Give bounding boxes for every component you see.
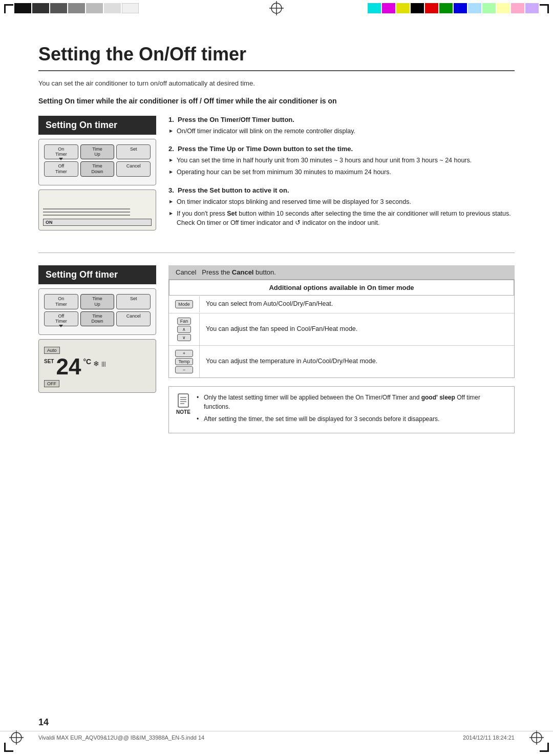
display-line-3	[43, 215, 130, 216]
on-indicator: ON	[43, 219, 152, 226]
display-line-2	[43, 212, 130, 213]
fan-icon: Fan ∧ ∨	[177, 318, 192, 341]
off-timer-remote-diagram: OnTimer TimeUp Set OffTimer TimeDown Can…	[38, 288, 156, 335]
off-display-temp: 24	[56, 355, 81, 378]
temp-minus: −	[175, 366, 193, 373]
step-2-number: 2.	[168, 145, 176, 153]
options-table-header: Additional options available in On timer…	[169, 280, 514, 296]
step-3-text: Press the Set button to active it on.	[178, 186, 289, 194]
on-display-screen: ON	[38, 190, 156, 230]
set-btn: Set	[116, 144, 151, 160]
setting-off-timer-box: Setting Off timer	[38, 265, 156, 284]
off-timer-btn: OffTimer	[44, 161, 78, 177]
remote-buttons: OnTimer TimeUp Set OffTimer TimeDown Can…	[44, 144, 151, 177]
fan-down: ∨	[177, 334, 192, 341]
note-bullet-1: Only the latest setting timer will be ap…	[197, 393, 507, 411]
temp-plus: +	[175, 350, 193, 357]
temp-icon: + Temp −	[175, 350, 193, 373]
options-row-mode: Mode You can select from Auto/Cool/Dry/F…	[169, 296, 514, 313]
fan-text: You can adjust the fan speed in Cool/Fan…	[200, 321, 514, 338]
off-on-timer-btn: OnTimer	[44, 294, 78, 309]
page-number: 14	[38, 717, 49, 728]
fan-label: Fan	[177, 318, 192, 325]
off-time-up-btn: TimeUp	[80, 294, 115, 309]
setting-on-timer-box: Setting On timer	[38, 116, 156, 135]
off-off-timer-btn: OffTimer	[44, 311, 78, 327]
svg-rect-19	[4, 743, 6, 752]
footer-left: Vivaldi MAX EUR_AQV09&12U@@ IB&IM_33988A…	[38, 734, 204, 741]
options-table: Additional options available in On timer…	[168, 279, 515, 378]
step-3-number: 3.	[168, 186, 176, 194]
step-1: 1. Press the On Timer/Off Timer button. …	[168, 116, 515, 136]
setting-off-timer-section: Setting Off timer OnTimer TimeUp Set Off…	[38, 265, 515, 433]
section-subtitle: Setting On timer while the air condition…	[38, 96, 515, 107]
on-timer-right: 1. Press the On Timer/Off Timer button. …	[168, 116, 515, 238]
step-2-title: 2. Press the Time Up or Time Down button…	[168, 145, 515, 153]
svg-rect-1	[4, 4, 6, 13]
step-1-number: 1.	[168, 116, 176, 123]
step-1-title: 1. Press the On Timer/Off Timer button.	[168, 116, 515, 123]
step-1-bullet-1: On/Off timer indicator will blink on the…	[177, 127, 515, 136]
off-display-degree: °C	[83, 358, 91, 366]
off-cancel-btn: Cancel	[116, 311, 151, 327]
section-divider	[38, 253, 515, 253]
intro-text: You can set the air conditioner to turn …	[38, 79, 515, 87]
step-2-bullet-1: You can set the time in half hourly unit…	[177, 156, 515, 165]
mode-icon: Mode	[175, 300, 193, 308]
off-display-screen: Auto SET 24 °C ❄ ||| OFF	[38, 339, 156, 393]
fan-icon-cell: Fan ∧ ∨	[169, 313, 200, 345]
time-down-btn: TimeDown	[80, 161, 115, 177]
note-box: NOTE Only the latest setting timer will …	[168, 386, 515, 433]
fan-up: ∧	[177, 326, 192, 333]
options-row-fan: Fan ∧ ∨ You can adjust the fan speed in …	[169, 313, 514, 346]
on-timer-btn: OnTimer	[44, 144, 78, 160]
off-display-signal: |||	[101, 361, 106, 367]
note-bullet-2: After setting the timer, the set time wi…	[197, 414, 507, 424]
off-remote-buttons: OnTimer TimeUp Set OffTimer TimeDown Can…	[44, 294, 151, 326]
mode-icon-cell: Mode	[169, 296, 200, 312]
step-3-title: 3. Press the Set button to active it on.	[168, 186, 515, 194]
step-2-text: Press the Time Up or Time Down button to…	[178, 145, 353, 153]
step-3-bullet-2: If you don't press Set button within 10 …	[177, 209, 515, 228]
off-display-set-label: SET	[44, 359, 54, 364]
off-time-down-btn: TimeDown	[80, 311, 115, 327]
bottom-left-corner	[4, 743, 13, 752]
off-display-temp-row: SET 24 °C ❄ |||	[44, 355, 151, 378]
page-title: Setting the On/Off timer	[38, 44, 515, 71]
svg-rect-21	[547, 743, 549, 752]
on-timer-remote-diagram: OnTimer TimeUp Set OffTimer TimeDown Can…	[38, 139, 156, 185]
footer-right: 2014/12/11 18:24:21	[463, 734, 515, 741]
temp-icon-cell: + Temp −	[169, 346, 200, 377]
note-icon: NOTE	[176, 393, 190, 427]
off-set-btn: Set	[116, 294, 151, 309]
step-2-bullet-2: Operating hour can be set from minimum 3…	[177, 167, 515, 177]
setting-on-timer-section: Setting On timer OnTimer TimeUp Set OffT…	[38, 116, 515, 238]
temp-label: Temp	[175, 358, 193, 365]
step-3-bullet-1: On timer indicator stops blinking and re…	[177, 197, 515, 207]
off-display-icons: ❄	[93, 360, 99, 368]
cancel-btn: Cancel	[116, 161, 151, 177]
options-row-temp: + Temp − You can adjust the temperature …	[169, 346, 514, 377]
display-line-1	[43, 208, 130, 209]
display-lines	[43, 208, 152, 216]
note-label: NOTE	[176, 408, 190, 416]
off-timer-right: Cancel Press the Cancel button. Addition…	[168, 265, 515, 433]
off-display-auto: Auto	[44, 347, 60, 354]
svg-rect-6	[547, 4, 549, 13]
bottom-right-corner	[540, 743, 549, 752]
note-content: Only the latest setting timer will be ap…	[197, 393, 507, 427]
mode-text: You can select from Auto/Cool/Dry/Fan/He…	[200, 296, 514, 313]
cancel-bar: Cancel Press the Cancel button.	[168, 265, 515, 279]
page-footer: Vivaldi MAX EUR_AQV09&12U@@ IB&IM_33988A…	[0, 731, 553, 741]
off-display-off-btn: OFF	[44, 380, 59, 387]
time-up-btn: TimeUp	[80, 144, 115, 160]
off-timer-left: Setting Off timer OnTimer TimeUp Set Off…	[38, 265, 156, 433]
svg-rect-7	[178, 394, 188, 407]
step-2: 2. Press the Time Up or Time Down button…	[168, 145, 515, 177]
on-timer-left: Setting On timer OnTimer TimeUp Set OffT…	[38, 116, 156, 238]
temp-text: You can adjust the temperature in Auto/C…	[200, 353, 514, 370]
cancel-label: Cancel	[176, 268, 196, 276]
step-1-text: Press the On Timer/Off Timer button.	[178, 116, 294, 123]
step-3: 3. Press the Set button to active it on.…	[168, 186, 515, 228]
main-content: Setting the On/Off timer You can set the…	[0, 18, 553, 469]
